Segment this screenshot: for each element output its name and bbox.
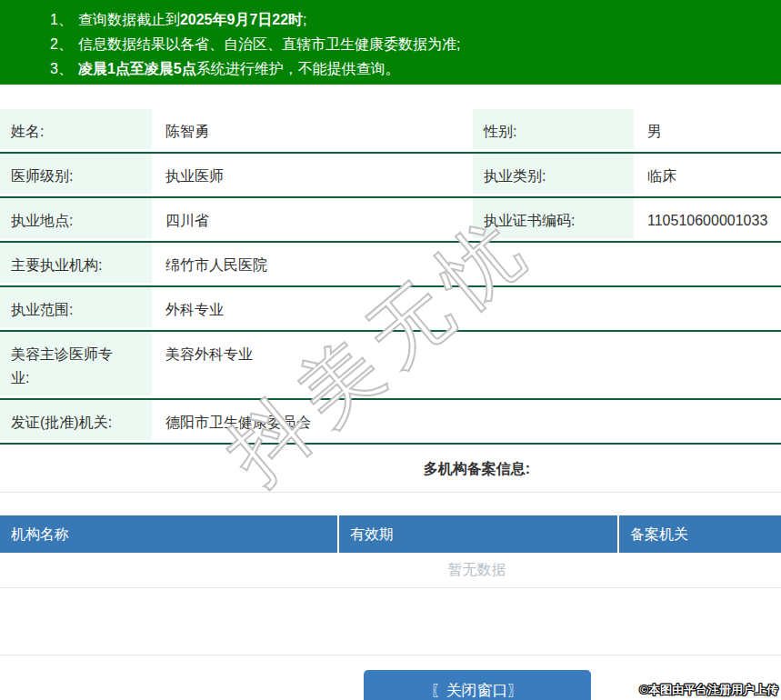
field-label-practice-location: 执业地点: (0, 198, 155, 241)
field-value-practice-location: 四川省 (155, 198, 473, 241)
field-label-issuing-authority: 发证(批准)机关: (0, 400, 155, 443)
practitioner-info-table: 姓名: 陈智勇 性别: 男 医师级别: 执业医师 执业类别: 临床 执业地点: … (0, 109, 781, 445)
field-value-practice-category: 临床 (636, 154, 781, 196)
notice-banner: 1、查询数据截止到2025年9月7日22时; 2、信息数据结果以各省、自治区、直… (0, 0, 781, 85)
notice-number: 1、 (50, 12, 78, 27)
table-row: 执业地点: 四川省 执业证书编码: 110510600001033 (0, 198, 781, 243)
notice-text: 查询数据截止到 (78, 12, 180, 27)
field-value-cosmetic-specialty: 美容外科专业 (155, 332, 781, 375)
field-label-certificate-number: 执业证书编码: (473, 198, 636, 241)
notice-text: 信息数据结果以各省、自治区、直辖市卫生健康委数据为准; (78, 36, 460, 52)
table-row: 主要执业机构: 绵竹市人民医院 (0, 243, 781, 287)
table-row: 姓名: 陈智勇 性别: 男 (0, 109, 781, 154)
column-header-validity-period: 有效期 (339, 515, 617, 553)
field-label-practice-scope: 执业范围: (0, 287, 155, 330)
field-value-certificate-number: 110510600001033 (636, 198, 781, 241)
field-value-doctor-level: 执业医师 (155, 154, 473, 196)
column-header-institution-name: 机构名称 (0, 515, 337, 553)
notice-text-bold: 凌晨1点至凌晨5点 (78, 61, 196, 76)
notice-line-2: 2、信息数据结果以各省、自治区、直辖市卫生健康委数据为准; (50, 32, 772, 56)
empty-data-message: 暂无数据 (0, 553, 781, 588)
table-row: 医师级别: 执业医师 执业类别: 临床 (0, 154, 781, 198)
query-result-page: 1、查询数据截止到2025年9月7日22时; 2、信息数据结果以各省、自治区、直… (0, 0, 781, 700)
field-value-gender: 男 (636, 109, 781, 152)
spacer (0, 588, 781, 655)
field-label-name: 姓名: (0, 109, 155, 152)
table-row: 执业范围: 外科专业 (0, 287, 781, 332)
notice-line-1: 1、查询数据截止到2025年9月7日22时; (50, 7, 772, 32)
filing-section-title: 多机构备案信息: (0, 445, 781, 493)
notice-text: 系统进行维护，不能提供查询。 (196, 61, 400, 76)
notice-number: 2、 (50, 36, 78, 52)
field-label-cosmetic-specialty: 美容主诊医师专业: (0, 332, 155, 398)
notice-number: 3、 (50, 61, 78, 76)
field-label-gender: 性别: (473, 109, 636, 152)
field-value-main-institution: 绵竹市人民医院 (155, 243, 781, 285)
field-value-issuing-authority: 德阳市卫生健康委员会 (155, 400, 781, 443)
notice-line-3: 3、凌晨1点至凌晨5点系统进行维护，不能提供查询。 (50, 56, 772, 81)
field-label-doctor-level: 医师级别: (0, 154, 155, 196)
column-header-filing-authority: 备案机关 (619, 515, 781, 553)
field-label-practice-category: 执业类别: (473, 154, 636, 196)
close-window-button[interactable]: 〖关闭窗口〗 (364, 670, 591, 700)
notice-text: ; (303, 12, 306, 27)
table-row: 美容主诊医师专业: 美容外科专业 (0, 332, 781, 400)
filing-table-header: 机构名称 有效期 备案机关 (0, 515, 781, 553)
field-label-main-institution: 主要执业机构: (0, 243, 155, 285)
notice-text-bold: 2025年9月7日22时 (180, 12, 303, 27)
upload-note-watermark: ©本图由平台注册用户上传 (639, 682, 778, 698)
field-value-practice-scope: 外科专业 (155, 287, 781, 330)
field-value-name: 陈智勇 (155, 109, 473, 152)
table-row: 发证(批准)机关: 德阳市卫生健康委员会 (0, 400, 781, 445)
